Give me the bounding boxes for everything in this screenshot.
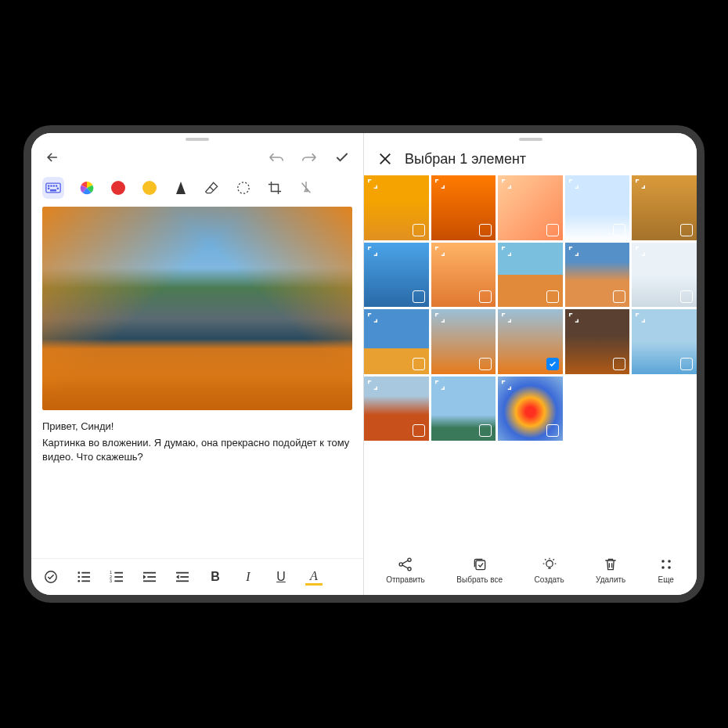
- gallery-thumb[interactable]: [498, 377, 563, 441]
- select-checkbox[interactable]: [413, 358, 425, 370]
- expand-icon[interactable]: [434, 312, 445, 323]
- expand-icon[interactable]: [501, 312, 512, 323]
- select-checkbox[interactable]: [680, 290, 693, 303]
- eraser-tool[interactable]: [204, 179, 221, 196]
- select-checkbox[interactable]: [546, 224, 559, 236]
- notes-pane: Привет, Синди! Картинка во вложении. Я д…: [31, 133, 364, 595]
- gallery-thumb[interactable]: [632, 243, 697, 308]
- gallery-thumb[interactable]: [565, 243, 630, 308]
- indent-button[interactable]: [141, 568, 158, 586]
- select-checkbox[interactable]: [479, 358, 492, 370]
- gallery-thumb[interactable]: [565, 175, 630, 240]
- color-red[interactable]: [110, 179, 127, 196]
- gallery-thumb[interactable]: [364, 175, 429, 240]
- select-checkbox[interactable]: [613, 290, 625, 303]
- select-checkbox[interactable]: [613, 224, 625, 236]
- select-checkbox[interactable]: [546, 290, 559, 303]
- trash-icon: [602, 556, 619, 573]
- stylus-off-tool[interactable]: [297, 179, 315, 196]
- delete-button[interactable]: Удалить: [596, 556, 625, 584]
- back-button[interactable]: [44, 149, 61, 166]
- select-all-button[interactable]: Выбрать все: [456, 556, 503, 584]
- italic-button[interactable]: I: [240, 568, 257, 586]
- note-content[interactable]: Привет, Синди! Картинка во вложении. Я д…: [31, 207, 363, 558]
- select-checkbox[interactable]: [479, 224, 492, 236]
- svg-point-15: [77, 580, 80, 582]
- svg-rect-22: [114, 580, 123, 582]
- color-wheel-tool[interactable]: [78, 179, 96, 196]
- gallery-thumb[interactable]: [364, 377, 429, 441]
- gallery-thumb[interactable]: [431, 243, 496, 308]
- notes-header: [31, 144, 363, 171]
- gallery-actions: Отправить Выбрать все Создать Удалить Ещ…: [364, 548, 697, 595]
- confirm-button[interactable]: [333, 149, 351, 166]
- expand-icon[interactable]: [367, 246, 378, 257]
- drag-handle-right[interactable]: [519, 138, 542, 141]
- gallery-thumb[interactable]: [632, 309, 697, 374]
- gallery-thumb[interactable]: [364, 309, 429, 374]
- gallery-thumb[interactable]: [364, 243, 429, 308]
- tablet-frame: Привет, Синди! Картинка во вложении. Я д…: [23, 125, 705, 603]
- select-checkbox[interactable]: [680, 358, 693, 370]
- underline-button[interactable]: U: [272, 568, 290, 586]
- create-button[interactable]: Создать: [535, 556, 564, 584]
- select-checkbox[interactable]: [546, 424, 559, 437]
- gallery-thumb[interactable]: [431, 175, 496, 240]
- expand-icon[interactable]: [635, 312, 646, 323]
- select-checkbox[interactable]: [479, 290, 492, 303]
- color-yellow[interactable]: [141, 179, 158, 196]
- checklist-button[interactable]: [42, 568, 59, 586]
- gallery-grid-area[interactable]: [364, 175, 697, 548]
- gallery-thumb[interactable]: [431, 309, 496, 374]
- expand-icon[interactable]: [501, 380, 512, 391]
- gallery-thumb[interactable]: [565, 309, 630, 374]
- svg-rect-7: [51, 190, 56, 191]
- highlight-button[interactable]: A: [305, 568, 323, 586]
- outdent-button[interactable]: [174, 568, 191, 586]
- expand-icon[interactable]: [367, 312, 378, 323]
- bullet-list-button[interactable]: [75, 568, 92, 586]
- ordered-list-button[interactable]: 123: [108, 568, 125, 586]
- pen-tool[interactable]: [172, 179, 189, 196]
- gallery-thumb[interactable]: [498, 309, 563, 374]
- note-attached-image[interactable]: [42, 207, 352, 410]
- expand-icon[interactable]: [367, 380, 378, 391]
- select-checkbox[interactable]: [680, 224, 693, 236]
- gallery-title: Выбран 1 элемент: [405, 151, 526, 168]
- send-button[interactable]: Отправить: [386, 556, 425, 584]
- gallery-thumb[interactable]: [498, 175, 563, 240]
- gallery-thumb[interactable]: [498, 243, 563, 308]
- expand-icon[interactable]: [568, 178, 579, 189]
- more-button[interactable]: Еще: [658, 556, 675, 584]
- keyboard-tool[interactable]: [42, 177, 64, 199]
- drag-handle-left[interactable]: [186, 138, 209, 141]
- select-checkbox[interactable]: [546, 358, 559, 370]
- gallery-thumb[interactable]: [431, 377, 496, 441]
- select-checkbox[interactable]: [413, 290, 425, 303]
- note-text[interactable]: Привет, Синди! Картинка во вложении. Я д…: [42, 420, 352, 465]
- svg-rect-14: [81, 576, 90, 578]
- svg-rect-24: [147, 576, 156, 578]
- select-checkbox[interactable]: [413, 424, 425, 437]
- select-checkbox[interactable]: [613, 358, 625, 370]
- expand-icon[interactable]: [434, 178, 445, 189]
- expand-icon[interactable]: [434, 380, 445, 391]
- expand-icon[interactable]: [635, 246, 646, 257]
- undo-button[interactable]: [268, 149, 285, 166]
- bold-button[interactable]: B: [207, 568, 224, 586]
- expand-icon[interactable]: [501, 178, 512, 189]
- expand-icon[interactable]: [635, 178, 646, 189]
- gallery-thumb[interactable]: [632, 175, 697, 240]
- lasso-tool[interactable]: [235, 179, 252, 196]
- expand-icon[interactable]: [367, 178, 378, 189]
- expand-icon[interactable]: [568, 312, 579, 323]
- crop-tool[interactable]: [266, 179, 283, 196]
- select-checkbox[interactable]: [479, 424, 492, 437]
- expand-icon[interactable]: [434, 246, 445, 257]
- expand-icon[interactable]: [501, 246, 512, 257]
- redo-button[interactable]: [301, 149, 318, 166]
- close-button[interactable]: [377, 150, 394, 168]
- expand-icon[interactable]: [568, 246, 579, 257]
- select-checkbox[interactable]: [413, 224, 425, 236]
- svg-point-13: [77, 576, 80, 578]
